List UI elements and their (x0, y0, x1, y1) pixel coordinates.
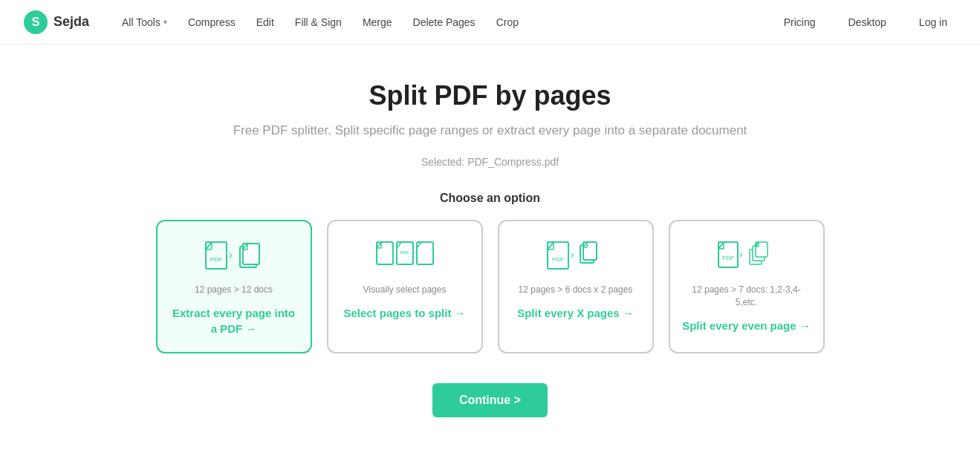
options-row: PDF › 12 pages > 12 docs Extract every p… (156, 220, 825, 353)
card-4-label: Split every even page → (682, 318, 811, 333)
split-x-icon: PDF › (546, 239, 606, 276)
svg-rect-10 (400, 251, 409, 254)
card-2-pages-desc: Visually select pages (363, 284, 447, 296)
nav-desktop[interactable]: Desktop (839, 10, 895, 34)
logo-name: Sejda (53, 14, 89, 30)
nav-crop[interactable]: Crop (487, 10, 528, 34)
option-card-split-x[interactable]: PDF › 12 pages > 6 docs x 2 pages Split … (498, 220, 654, 353)
svg-text:›: › (571, 249, 574, 261)
nav-left: All Tools ▾ Compress Edit Fill & Sign Me… (113, 10, 775, 34)
logo-link[interactable]: S Sejda (24, 10, 89, 34)
option-card-select-pages[interactable]: Visually select pages Select pages to sp… (327, 220, 483, 353)
nav-right: Pricing Desktop Log in (775, 10, 956, 34)
page-subtitle: Free PDF splitter. Split specific page r… (233, 123, 747, 138)
split-even-icon: PDF › (717, 239, 776, 276)
choose-option-label: Choose an option (440, 192, 540, 205)
card-2-label: Select pages to split → (343, 305, 465, 321)
nav-edit[interactable]: Edit (247, 10, 283, 34)
nav-pricing[interactable]: Pricing (775, 10, 825, 34)
nav-fill-sign[interactable]: Fill & Sign (286, 10, 351, 34)
card-4-pages-desc: 12 pages > 7 docs: 1,2-3,4-5,etc. (682, 284, 811, 309)
logo-icon: S (24, 10, 48, 34)
nav-login[interactable]: Log in (910, 10, 956, 34)
svg-text:›: › (229, 249, 233, 261)
option-card-split-even[interactable]: PDF › 12 pages > 7 docs: 1,2-3,4-5,etc. … (669, 220, 825, 353)
continue-button[interactable]: Continue > (432, 383, 548, 417)
svg-text:PDF: PDF (552, 256, 564, 263)
card-1-label: Extract every page into a PDF → (169, 305, 299, 336)
svg-text:PDF: PDF (210, 256, 222, 263)
nav-merge[interactable]: Merge (354, 10, 401, 34)
option-card-extract[interactable]: PDF › 12 pages > 12 docs Extract every p… (156, 220, 312, 353)
svg-text:›: › (739, 248, 743, 260)
extract-pages-icon: PDF › (204, 239, 264, 276)
select-pages-icon (375, 239, 435, 276)
card-3-pages-desc: 12 pages > 6 docs x 2 pages (519, 284, 633, 296)
card-3-label: Split every X pages → (517, 305, 634, 321)
nav-delete-pages[interactable]: Delete Pages (404, 10, 484, 34)
nav-all-tools[interactable]: All Tools ▾ (113, 10, 176, 34)
selected-file-label: Selected: PDF_Compress.pdf (421, 156, 559, 168)
page-title: Split PDF by pages (369, 80, 611, 111)
navbar: S Sejda All Tools ▾ Compress Edit Fill &… (0, 0, 980, 45)
main-content: Split PDF by pages Free PDF splitter. Sp… (0, 45, 980, 447)
nav-compress[interactable]: Compress (179, 10, 244, 34)
svg-text:PDF: PDF (722, 255, 734, 261)
card-1-pages-desc: 12 pages > 12 docs (195, 284, 273, 296)
chevron-down-icon: ▾ (163, 18, 167, 26)
